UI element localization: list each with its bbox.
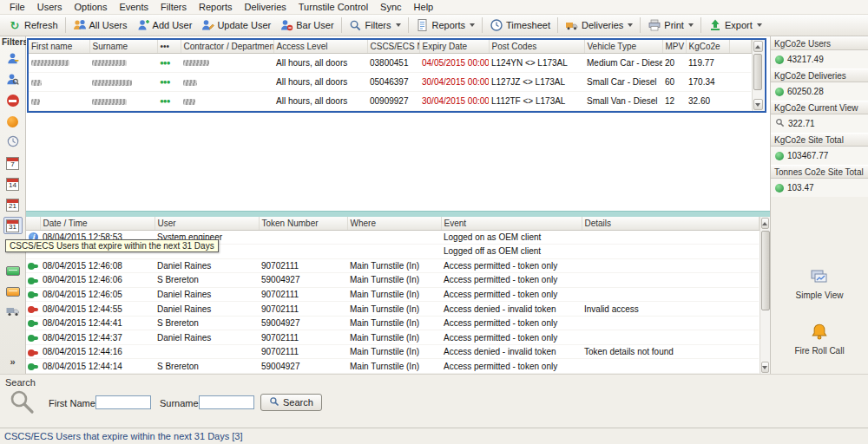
section-header[interactable]: KgCo2e Deliveries [771,69,868,82]
export-button[interactable]: Export [704,16,766,34]
cell-where: Main Turnstile (In) [347,302,441,317]
menu-help[interactable]: Help [408,1,440,13]
filters-button[interactable]: Filters [345,16,405,34]
status-text: CSCS/ECS Users that expire within the ne… [4,431,243,441]
scroll-down-icon[interactable] [761,362,770,373]
user-row[interactable]: ●●●All hours, all doors0504639730/04/201… [29,72,751,91]
col-mpv[interactable]: MPV [662,40,686,53]
event-row[interactable]: 08/04/2015 12:44:55Daniel Raines90702111… [26,302,759,317]
event-row[interactable]: 08/04/2015 12:46:08Daniel Raines90702111… [26,258,759,273]
col-vehicle-type[interactable]: Vehicle Type [584,40,662,53]
scroll-thumb[interactable] [753,54,762,90]
filter-barred-users-button[interactable] [3,92,23,109]
menu-reports[interactable]: Reports [193,1,239,13]
cell-contractor-department [181,91,273,110]
all-users-button[interactable]: All Users [69,16,132,34]
redacted-text [92,60,127,66]
col-details[interactable]: Details [582,217,759,230]
section-header[interactable]: KgCo2e Users [771,36,868,50]
user-row[interactable]: ●●●All hours, all doors0090992730/04/201… [29,91,751,110]
filter-green-card-button[interactable] [3,262,23,279]
col-user[interactable]: User [155,217,259,230]
search-button[interactable]: Search [260,394,322,411]
col-status-dots[interactable]: ••• [157,40,181,53]
scroll-down-icon[interactable] [753,99,763,110]
col-event[interactable]: Event [441,217,582,230]
redacted-text [31,60,69,66]
deliveries-button[interactable]: Deliveries [561,16,637,34]
filter-expire-31-days-button[interactable]: 31 [3,217,23,234]
col-date-time[interactable]: Date / Time [40,217,155,230]
event-row[interactable]: 08/04/2015 12:44:14S Brereton59004927Mai… [26,359,759,374]
section-title: KgCo2e Users [774,39,831,49]
fire-roll-call-button[interactable]: Fire Roll Call [771,323,868,356]
redacted-text [183,80,197,86]
cell-expiry-date: 30/04/2015 00:00:00 [419,91,489,110]
fire-bell-icon [810,334,829,343]
filter-user-search-button[interactable] [3,71,23,88]
simple-view-button[interactable]: Simple View [771,269,868,300]
add-user-button[interactable]: Add User [132,16,197,34]
event-row[interactable]: 08/04/2015 12:46:05Daniel Raines90702111… [26,287,759,302]
event-row[interactable]: 08/04/2015 12:44:41S Brereton59004927Mai… [26,316,759,330]
col-cscs-ecs-no[interactable]: CSCS/ECS No. [367,40,419,53]
cell-vehicle-type: Small Car - Diesel [584,72,662,91]
section-header[interactable]: Tonnes Co2e Site Total [771,165,868,179]
first-name-input[interactable] [95,395,151,409]
menu-file[interactable]: File [3,1,31,13]
col-contractor-department[interactable]: Contractor / Department [181,40,273,53]
events-table-scrollbar[interactable] [760,217,771,374]
filter-vehicles-button[interactable] [3,304,23,321]
scroll-up-icon[interactable] [761,218,770,229]
filter-expired-users-button[interactable] [3,113,23,130]
filter-expire-21-days-button[interactable]: 21 [3,196,23,213]
menu-bar: File Users Options Events Filters Report… [0,0,868,15]
scroll-up-icon[interactable] [753,41,763,52]
add-user-icon [136,18,150,32]
bar-user-button[interactable]: Bar User [275,16,338,34]
menu-filters[interactable]: Filters [155,1,193,13]
globe-icon [775,56,784,64]
reports-button[interactable]: Reports [411,16,480,34]
event-row[interactable]: 08/04/2015 12:44:1690702111Main Turnstil… [26,344,759,359]
col-post-codes[interactable]: Post Codes [489,40,584,53]
col-where[interactable]: Where [347,217,441,230]
menu-options[interactable]: Options [68,1,113,13]
users-table-scrollbar[interactable] [752,40,764,111]
cell-user: S Brereton [155,359,259,374]
menu-events[interactable]: Events [113,1,155,13]
menu-users[interactable]: Users [31,1,69,13]
menu-deliveries[interactable]: Deliveries [239,1,293,13]
filter-expire-14-days-button[interactable]: 14 [3,175,23,193]
globe-icon [775,152,784,160]
surname-input[interactable] [199,395,254,409]
col-expiry-date[interactable]: Expiry Date [419,40,489,53]
cell-contractor-department [181,53,273,72]
col-kgco2e[interactable]: KgCo2e [686,40,729,53]
menu-sync[interactable]: Sync [374,1,407,13]
filter-expire-7-days-button[interactable]: 7 [3,154,23,172]
cell-mpv: 20 [662,53,686,72]
col-first-name[interactable]: First name [29,40,89,53]
section-header[interactable]: KgCo2e Site Total [771,133,868,147]
section-header[interactable]: KgCo2e Current View [771,101,868,114]
update-user-button[interactable]: Update User [196,16,275,34]
col-access-level[interactable]: Access Level [273,40,367,53]
refresh-button[interactable]: ↻ Refresh [3,16,62,34]
filter-user-add-button[interactable] [3,50,23,68]
timesheet-button[interactable]: Timesheet [485,16,555,34]
filter-orange-card-button[interactable] [3,283,23,300]
export-icon [708,18,722,32]
event-row[interactable]: 08/04/2015 12:46:06S Brereton59004927Mai… [26,273,759,288]
col-surname[interactable]: Surname [89,40,157,53]
print-button[interactable]: Print [643,16,698,34]
menu-turnstile-control[interactable]: Turnstile Control [293,1,374,13]
tonnes-co2e-site-total-section: Tonnes Co2e Site Total 103.47 [771,165,868,197]
filter-time-button[interactable] [3,134,23,151]
event-row[interactable]: 08/04/2015 12:44:37Daniel Raines90702111… [26,330,759,345]
sidebar-expand-button[interactable]: » [10,356,15,367]
user-row[interactable]: ●●●All hours, all doors0380045104/05/201… [29,53,751,72]
cell-event-icon [26,330,40,345]
scroll-thumb[interactable] [761,231,770,310]
col-token-number[interactable]: Token Number [259,217,347,230]
